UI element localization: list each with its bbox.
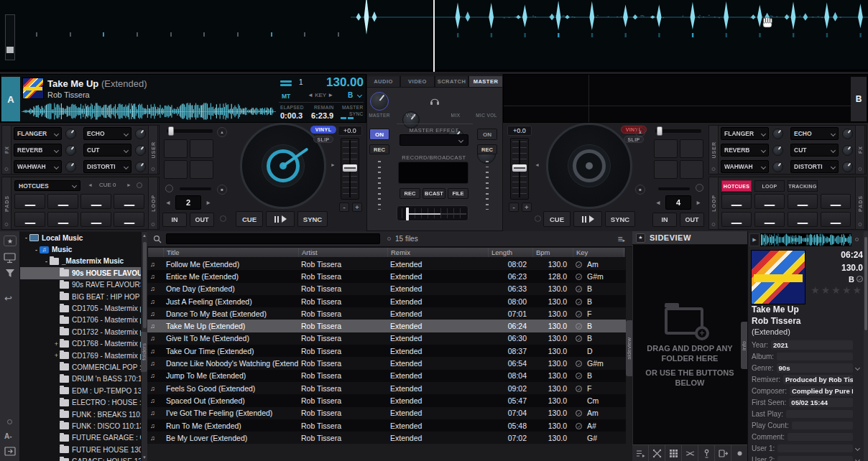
deck-a-tab[interactable]: A: [1, 77, 20, 121]
info-scroll-handle[interactable]: [864, 237, 867, 330]
column-icon[interactable]: [148, 248, 164, 257]
mixer-tab-scratch[interactable]: SCRATCH: [435, 75, 468, 88]
info-field[interactable]: Year: 2021: [747, 339, 864, 350]
key-left-icon[interactable]: ◄: [308, 92, 313, 98]
tree-item[interactable]: FUTURE HOUSE 130 BPM: [20, 444, 141, 455]
fx-select[interactable]: WAHWAH: [721, 160, 769, 173]
monitor-icon[interactable]: [4, 253, 17, 264]
deck-b-tab[interactable]: B: [851, 77, 867, 121]
pad-2[interactable]: [47, 194, 78, 209]
info-field[interactable]: First Seen: 05/02 15:44: [747, 396, 864, 408]
table-row[interactable]: ♫ Jump To Me (Extended) Rob Tissera Exte…: [147, 370, 626, 382]
info-field[interactable]: Remixer: Produced by Rob Tissera: [747, 373, 864, 385]
preview-play-button[interactable]: ▶: [749, 233, 760, 246]
mic-fader[interactable]: [486, 161, 489, 210]
info-field-value[interactable]: Complied by Pure Energy: [790, 386, 853, 396]
deck-b-pitch-handle[interactable]: [512, 164, 527, 172]
stop-button[interactable]: ■: [217, 185, 227, 195]
pad-4[interactable]: [114, 194, 144, 209]
stop-button[interactable]: ■: [635, 185, 645, 195]
sidelist-icon[interactable]: [715, 445, 731, 461]
info-bpm[interactable]: 130.0: [808, 263, 863, 273]
table-row[interactable]: ♫ Feels So Good (Extended) Rob Tissera E…: [147, 382, 626, 394]
pad-5[interactable]: [14, 212, 45, 227]
deck-b-sync-button[interactable]: SYNC: [605, 211, 635, 227]
fx-select[interactable]: FLANGER: [14, 127, 62, 140]
info-field[interactable]: Composer: Complied by Pure Energy: [747, 385, 864, 396]
deck-a-play-pause-button[interactable]: [266, 211, 295, 227]
loop-half-button[interactable]: ◂: [162, 195, 174, 210]
scroll-up-icon[interactable]: ▲: [142, 233, 147, 238]
fx-dot-button[interactable]: [859, 167, 862, 171]
fx-select[interactable]: CUT: [790, 144, 839, 157]
tree-item[interactable]: EDM : UP-TEMPO 130:135 BPM: [20, 385, 141, 396]
fx-knob[interactable]: [772, 145, 783, 156]
info-field-value[interactable]: [777, 456, 853, 461]
pad-mode-tab[interactable]: HOTCUES: [721, 180, 752, 192]
loop-double-button[interactable]: ▸: [693, 195, 704, 210]
karaoke-icon[interactable]: [698, 445, 715, 461]
deck-a-mt-button[interactable]: MT: [282, 93, 290, 100]
fx-knob[interactable]: [842, 129, 853, 139]
cue-next-icon[interactable]: ►: [126, 182, 131, 187]
dot-button[interactable]: [7, 419, 12, 424]
tree-expander[interactable]: +: [53, 340, 60, 348]
deck-a-bpm[interactable]: 130.00: [310, 75, 364, 90]
fx-knob[interactable]: [772, 162, 783, 172]
tree-item[interactable]: FUTURE GARAGE : CHILLED 1: [20, 432, 141, 444]
deck-a-grid-button-4[interactable]: [190, 160, 213, 179]
mixer-tab-video[interactable]: VIDEO: [400, 75, 435, 88]
tree-item[interactable]: 90s HOUSE FLAVOURS 128:13: [20, 267, 141, 279]
info-field-value[interactable]: Produced by Rob Tissera: [783, 375, 853, 384]
info-field-value[interactable]: [777, 444, 853, 452]
deck-b-tiny-knob[interactable]: [535, 215, 541, 222]
deck-a-waveform-strip[interactable]: [22, 102, 276, 121]
deck-b-grid-button-1[interactable]: [654, 139, 678, 158]
table-row[interactable]: ♫ One Day (Extended) Rob Tissera Extende…: [147, 283, 626, 295]
tree-item[interactable]: COMMERCIAL POP : DANCE 1: [20, 361, 141, 373]
deck-a-volume-slider[interactable]: [167, 129, 213, 133]
tree-item[interactable]: DRUM 'n BASS 170:175 BPM: [20, 373, 141, 385]
fx-select[interactable]: WAHWAH: [14, 160, 62, 173]
column-title[interactable]: Title: [164, 248, 299, 257]
fx-knob[interactable]: [772, 129, 783, 139]
automix-icon[interactable]: [649, 445, 665, 461]
tree-expander[interactable]: -: [23, 234, 29, 241]
tree-expander[interactable]: -: [43, 258, 50, 265]
deck-b-grid-button-4[interactable]: [680, 160, 703, 179]
pad-mode-tab[interactable]: TRACKING: [788, 180, 818, 192]
loop-dot-button[interactable]: [712, 223, 716, 226]
pad-3[interactable]: [788, 194, 818, 209]
tree-item[interactable]: 90s RAVE FLAVOURS 128:136: [20, 279, 141, 291]
deck-a-volume-handle[interactable]: [168, 126, 174, 136]
column-key[interactable]: Key: [573, 248, 624, 257]
deck-a-vinyl-button[interactable]: VINYL: [310, 126, 336, 134]
info-field[interactable]: Album:: [747, 350, 864, 362]
info-field[interactable]: Last Play:: [747, 408, 864, 419]
fx-knob[interactable]: [65, 162, 76, 172]
user-dot-button[interactable]: [152, 167, 155, 171]
rating-stars[interactable]: ★★★★★: [807, 284, 863, 296]
pitch-minus-button[interactable]: -: [339, 202, 349, 212]
column-remix[interactable]: Remix: [388, 248, 489, 257]
deck-a-loop-size[interactable]: 2: [175, 195, 201, 210]
pad-8[interactable]: [114, 212, 144, 227]
pad-mode-tab[interactable]: LOOP: [754, 180, 785, 192]
deck-a-tiny-knob[interactable]: [220, 215, 226, 222]
wave-zoom-handle[interactable]: [6, 47, 14, 53]
pad-4[interactable]: [821, 194, 851, 209]
fx-select[interactable]: CUT: [83, 144, 131, 157]
table-row[interactable]: ♫ Take Me Up (Extended) Rob Tissera Exte…: [147, 320, 626, 332]
deck-a-filter-knob[interactable]: [165, 185, 173, 192]
pad-8[interactable]: [821, 212, 851, 227]
deck-a-slip-button[interactable]: SLIP: [313, 136, 333, 143]
table-row[interactable]: ♫ Just A Feeling (Extended) Rob Tissera …: [147, 295, 626, 307]
loop-dot-button[interactable]: [152, 223, 155, 226]
deck-b-mini-slider[interactable]: [658, 187, 690, 190]
column-length[interactable]: Length: [489, 248, 533, 257]
fx-knob[interactable]: [135, 145, 146, 156]
wave-zoom-slider[interactable]: [5, 14, 15, 60]
master-effect-select[interactable]: [400, 134, 468, 146]
table-row[interactable]: ♫ Follow Me (Extended) Rob Tissera Exten…: [147, 258, 626, 270]
deck-a-key[interactable]: B: [348, 91, 353, 99]
